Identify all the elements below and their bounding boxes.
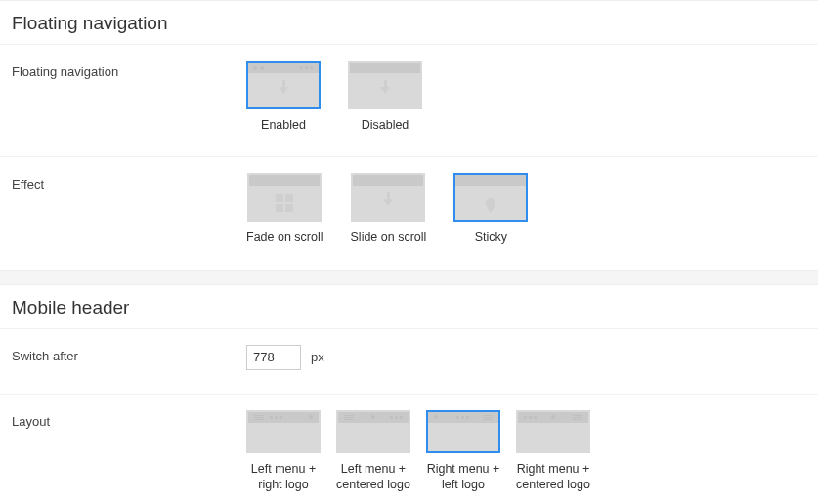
switch-after-content: px [246, 345, 806, 370]
row-effect: Effect Fade on scroll Slide on scroll [0, 156, 818, 269]
thumb-floating-enabled [246, 61, 321, 109]
floating-navigation-options: Enabled Disabled [246, 61, 806, 133]
pin-icon [486, 198, 495, 208]
option-effect-fade[interactable]: Fade on scroll [246, 173, 323, 245]
option-label-effect-slide: Slide on scroll [351, 230, 427, 245]
effect-options: Fade on scroll Slide on scroll Sticky [246, 173, 806, 245]
floating-navigation-section: Floating navigation Floating navigation … [0, 0, 818, 271]
option-label-layout-right-center: Right menu + centered logo [516, 461, 590, 493]
row-floating-navigation: Floating navigation Enabled [0, 44, 818, 156]
option-label-effect-sticky: Sticky [475, 230, 507, 245]
option-label-effect-fade: Fade on scroll [246, 230, 323, 245]
mobile-header-section: Mobile header Switch after px Layout Lef… [0, 284, 818, 505]
fade-grid-icon [276, 194, 293, 212]
layout-options: Left menu + right logo Left menu + cente… [246, 410, 806, 493]
field-label-layout: Layout [12, 410, 246, 429]
option-floating-disabled[interactable]: Disabled [348, 61, 422, 133]
field-label-switch-after: Switch after [12, 345, 246, 363]
option-label-layout-right-left: Right menu + left logo [427, 461, 500, 493]
row-layout: Layout Left menu + right logo [0, 394, 818, 505]
option-effect-slide[interactable]: Slide on scroll [351, 173, 427, 245]
switch-after-unit: px [311, 350, 324, 364]
option-floating-enabled[interactable]: Enabled [246, 61, 321, 133]
switch-after-input[interactable] [246, 345, 301, 370]
option-label-layout-left-right: Left menu + right logo [251, 461, 316, 493]
thumb-layout-left-center [336, 410, 410, 453]
option-label-floating-enabled: Enabled [261, 117, 306, 133]
option-layout-right-center[interactable]: Right menu + centered logo [516, 410, 590, 493]
thumb-layout-left-right [246, 410, 321, 453]
section-title-floating-navigation: Floating navigation [0, 1, 818, 44]
thumb-layout-right-center [516, 410, 590, 453]
option-layout-left-center[interactable]: Left menu + centered logo [336, 410, 410, 493]
field-label-floating-navigation: Floating navigation [12, 61, 246, 79]
section-title-mobile-header: Mobile header [0, 285, 818, 328]
arrow-down-icon [383, 199, 393, 206]
option-effect-sticky[interactable]: Sticky [453, 173, 528, 245]
option-label-floating-disabled: Disabled [362, 117, 409, 133]
thumb-layout-right-left [426, 410, 500, 453]
thumb-effect-slide [351, 173, 425, 222]
thumb-effect-fade [247, 173, 322, 222]
thumb-floating-disabled [348, 61, 422, 109]
option-layout-right-left[interactable]: Right menu + left logo [426, 410, 500, 493]
thumb-effect-sticky [453, 173, 528, 222]
arrow-down-icon [380, 87, 390, 94]
option-layout-left-right[interactable]: Left menu + right logo [246, 410, 321, 493]
row-switch-after: Switch after px [0, 328, 818, 394]
option-label-layout-left-center: Left menu + centered logo [336, 461, 410, 493]
arrow-down-icon [279, 87, 288, 94]
field-label-effect: Effect [12, 173, 246, 191]
